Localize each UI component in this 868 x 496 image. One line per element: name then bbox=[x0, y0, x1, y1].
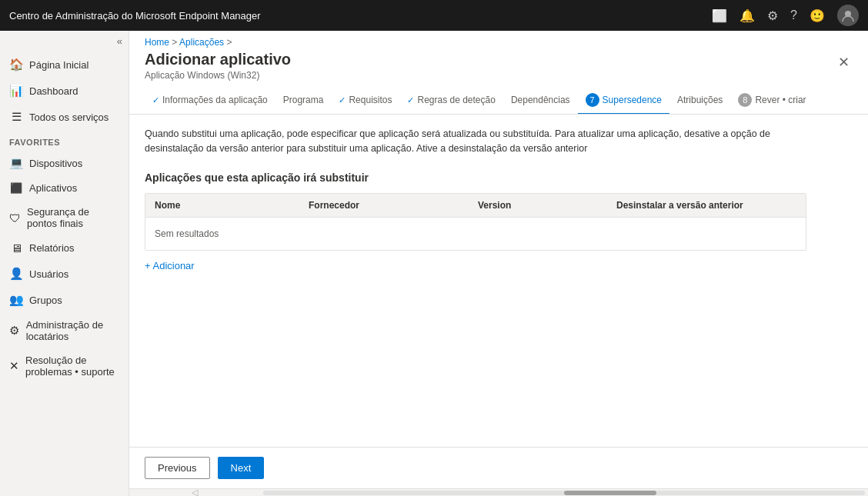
sidebar-label-seguranca: Segurança de pontos finais bbox=[27, 206, 119, 229]
app-title: Centro de Administração do Microsoft End… bbox=[9, 10, 261, 22]
check-icon-informacoes: ✓ bbox=[152, 95, 159, 105]
sidebar-label-grupos: Grupos bbox=[29, 295, 62, 306]
breadcrumb: Home > Aplicações > bbox=[129, 31, 868, 48]
tab-label-rever-criar: Rever • criar bbox=[755, 95, 806, 105]
next-button[interactable]: Next bbox=[218, 457, 265, 479]
sidebar-label-pagina-inicial: Página Inicial bbox=[29, 59, 88, 71]
sidebar-label-relatorios: Relatórios bbox=[29, 242, 75, 254]
sidebar-item-relatorios[interactable]: 🖥 Relatórios bbox=[0, 235, 129, 261]
tabs-bar: ✓ Informações da aplicação Programa ✓ Re… bbox=[129, 87, 868, 115]
page-subtitle: Aplicação Windows (Win32) bbox=[145, 70, 291, 81]
home-icon: 🏠 bbox=[9, 58, 23, 72]
sidebar: « 🏠 Página Inicial 📊 Dashboard ☰ Todos o… bbox=[0, 31, 129, 496]
tab-regras-detecao[interactable]: ✓ Regras de deteção bbox=[399, 88, 502, 113]
topbar: Centro de Administração do Microsoft End… bbox=[0, 0, 868, 31]
section-title: Aplicações que esta aplicação irá substi… bbox=[145, 171, 853, 184]
grid-icon: ☰ bbox=[9, 110, 23, 124]
sidebar-item-dashboard[interactable]: 📊 Dashboard bbox=[0, 78, 129, 104]
reports-icon: 🖥 bbox=[9, 241, 23, 255]
col-desinstalar: Desinstalar a versão anterior bbox=[616, 200, 796, 211]
sidebar-item-seguranca[interactable]: 🛡 Segurança de pontos finais bbox=[0, 200, 129, 235]
groups-icon: 👥 bbox=[9, 293, 23, 307]
previous-button[interactable]: Previous bbox=[145, 457, 210, 479]
tab-label-regras-detecao: Regras de deteção bbox=[417, 95, 495, 105]
tab-label-supersedence: Supersedence bbox=[603, 95, 662, 105]
breadcrumb-apps[interactable]: Aplicações bbox=[179, 37, 224, 48]
sidebar-item-administracao[interactable]: ⚙ Administração de locatários bbox=[0, 313, 129, 348]
table-empty-state: Sem resultados bbox=[145, 218, 806, 250]
sidebar-label-dashboard: Dashboard bbox=[29, 85, 78, 97]
table-header: Nome Fornecedor Version Desinstalar a ve… bbox=[145, 194, 806, 218]
check-icon-regras: ✓ bbox=[407, 95, 414, 105]
sidebar-label-administracao: Administração de locatários bbox=[26, 319, 119, 342]
monitor-icon[interactable]: ⬜ bbox=[712, 8, 727, 23]
tab-label-dependencias: Dependências bbox=[511, 95, 570, 105]
apps-table: Nome Fornecedor Version Desinstalar a ve… bbox=[145, 193, 806, 251]
sidebar-item-resolucao[interactable]: ✕ Resolução de problemas • suporte bbox=[0, 348, 129, 384]
tab-informacoes[interactable]: ✓ Informações da aplicação bbox=[145, 88, 275, 113]
content-area: Quando substitui uma aplicação, pode esp… bbox=[129, 115, 868, 447]
scrollbar-thumb[interactable] bbox=[564, 491, 656, 495]
tab-programa[interactable]: Programa bbox=[275, 88, 332, 113]
smiley-icon[interactable]: 🙂 bbox=[810, 8, 825, 23]
devices-icon: 💻 bbox=[9, 156, 23, 170]
scrollbar-track[interactable] bbox=[263, 491, 865, 495]
troubleshoot-icon: ✕ bbox=[9, 359, 19, 373]
tab-supersedence[interactable]: 7 Supersedence bbox=[578, 87, 669, 115]
close-button[interactable]: ✕ bbox=[835, 51, 853, 74]
tab-num-rever: 8 bbox=[738, 93, 752, 107]
main-content: Home > Aplicações > Adicionar aplicativo… bbox=[129, 31, 868, 496]
sidebar-label-dispositivos: Dispositivos bbox=[29, 158, 82, 169]
tab-label-atribuicoes: Atribuições bbox=[677, 95, 723, 105]
page-header: Adicionar aplicativo Aplicação Windows (… bbox=[129, 48, 868, 87]
bell-icon[interactable]: 🔔 bbox=[739, 8, 755, 23]
sidebar-item-grupos[interactable]: 👥 Grupos bbox=[0, 287, 129, 313]
sidebar-item-dispositivos[interactable]: 💻 Dispositivos bbox=[0, 150, 129, 176]
page-title: Adicionar aplicativo bbox=[145, 51, 291, 68]
admin-icon: ⚙ bbox=[9, 324, 20, 338]
tab-label-informacoes: Informações da aplicação bbox=[162, 95, 268, 105]
check-icon-requisitos: ✓ bbox=[339, 95, 346, 105]
tab-rever-criar[interactable]: 8 Rever • criar bbox=[730, 87, 813, 115]
tab-num-supersedence: 7 bbox=[586, 93, 599, 107]
col-nome: Nome bbox=[155, 200, 309, 211]
question-icon[interactable]: ? bbox=[790, 8, 797, 22]
col-version: Version bbox=[478, 200, 616, 211]
info-text: Quando substitui uma aplicação, pode esp… bbox=[145, 127, 806, 156]
horizontal-scrollbar[interactable]: ◁ bbox=[129, 488, 868, 496]
sidebar-collapse-button[interactable]: « bbox=[0, 31, 129, 52]
security-icon: 🛡 bbox=[9, 211, 21, 225]
dashboard-icon: 📊 bbox=[9, 84, 23, 98]
breadcrumb-sep1: > bbox=[172, 37, 179, 48]
sidebar-label-usuarios: Usuários bbox=[29, 268, 68, 280]
avatar[interactable] bbox=[837, 5, 859, 26]
favorites-label: FAVORITES bbox=[0, 130, 129, 150]
tab-dependencias[interactable]: Dependências bbox=[503, 88, 578, 113]
col-fornecedor: Fornecedor bbox=[309, 200, 478, 211]
breadcrumb-sep2: > bbox=[226, 37, 232, 48]
sidebar-label-aplicativos: Aplicativos bbox=[29, 182, 77, 194]
tab-requisitos[interactable]: ✓ Requisitos bbox=[331, 88, 399, 113]
sidebar-label-resolucao: Resolução de problemas • suporte bbox=[25, 355, 119, 378]
tab-label-programa: Programa bbox=[283, 95, 324, 105]
sidebar-label-todos-servicos: Todos os serviços bbox=[29, 112, 108, 123]
tab-atribuicoes[interactable]: Atribuições bbox=[669, 88, 730, 113]
sidebar-item-aplicativos[interactable]: ⬛ Aplicativos bbox=[0, 176, 129, 200]
breadcrumb-home[interactable]: Home bbox=[145, 37, 169, 48]
footer: Previous Next bbox=[129, 447, 868, 488]
users-icon: 👤 bbox=[9, 267, 23, 281]
sidebar-item-todos-servicos[interactable]: ☰ Todos os serviços bbox=[0, 104, 129, 130]
sidebar-item-pagina-inicial[interactable]: 🏠 Página Inicial bbox=[0, 52, 129, 78]
sidebar-item-usuarios[interactable]: 👤 Usuários bbox=[0, 261, 129, 287]
topbar-icons: ⬜ 🔔 ⚙ ? 🙂 bbox=[712, 5, 859, 26]
apps-icon: ⬛ bbox=[9, 182, 23, 194]
tab-label-requisitos: Requisitos bbox=[349, 95, 392, 105]
gear-icon[interactable]: ⚙ bbox=[767, 8, 778, 23]
add-link[interactable]: + Adicionar bbox=[145, 260, 195, 271]
